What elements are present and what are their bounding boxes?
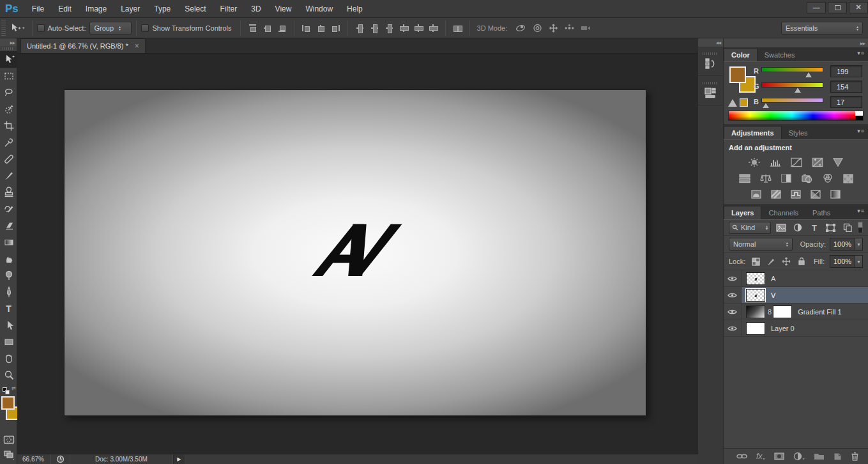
layer-name[interactable]: Gradient Fill 1 (798, 308, 841, 316)
auto-align-layers-icon[interactable] (453, 24, 462, 33)
tools-grip[interactable] (3, 47, 14, 50)
rectangle-tool[interactable] (0, 334, 17, 350)
delete-layer-trash-icon[interactable] (851, 452, 859, 461)
status-flyout-arrow-icon[interactable]: ▶ (173, 454, 185, 464)
blue-slider-thumb[interactable] (763, 103, 769, 108)
visibility-eye-icon[interactable] (724, 320, 742, 336)
layer-name[interactable]: Layer 0 (771, 325, 795, 332)
tab-color[interactable]: Color (724, 48, 758, 61)
move-tool-preset-icon[interactable] (10, 22, 21, 34)
opacity-field[interactable]: 100% ▼ (830, 238, 863, 251)
quick-mask-mode-button[interactable] (0, 432, 17, 447)
filter-kind-dropdown[interactable]: Kind ▴▾ (729, 222, 771, 234)
options-bar-grip[interactable] (1, 20, 6, 36)
menu-window[interactable]: Window (298, 0, 340, 18)
foreground-color-swatch[interactable] (729, 66, 746, 83)
vibrance-icon[interactable] (832, 157, 844, 167)
add-layer-mask-icon[interactable] (774, 452, 784, 460)
exposure-icon[interactable] (811, 157, 824, 167)
layer-mask-thumbnail[interactable] (773, 305, 792, 318)
tab-styles[interactable]: Styles (782, 126, 815, 139)
tab-layers[interactable]: Layers (724, 206, 761, 219)
levels-icon[interactable] (769, 157, 782, 167)
quick-selection-tool[interactable] (0, 101, 17, 118)
black-swatch[interactable] (855, 116, 863, 120)
foreground-color-swatch[interactable] (1, 396, 15, 410)
new-layer-icon[interactable] (834, 452, 842, 461)
red-slider-thumb[interactable] (805, 72, 812, 77)
3d-slide-icon[interactable] (565, 24, 574, 33)
move-tool[interactable] (0, 51, 17, 68)
layers-empty-area[interactable] (724, 337, 868, 448)
color-balance-icon[interactable] (759, 173, 772, 183)
gradient-tool[interactable] (0, 234, 17, 251)
menu-file[interactable]: File (25, 0, 51, 18)
filter-type-layers-icon[interactable]: T (808, 222, 821, 233)
3d-rotate-icon[interactable] (515, 24, 526, 33)
zoom-level-field[interactable]: 66.67% (17, 456, 50, 463)
gradient-map-icon[interactable] (830, 189, 841, 199)
channel-mixer-icon[interactable] (821, 173, 834, 183)
auto-select-target-dropdown[interactable]: Group ▴▾ (89, 22, 132, 35)
brightness-contrast-icon[interactable] (748, 157, 761, 167)
collapse-panels-arrows-icon[interactable]: ▶▶ (724, 38, 868, 47)
panel-menu-icon[interactable]: ▾≡ (857, 128, 865, 134)
menu-filter[interactable]: Filter (213, 0, 245, 18)
blend-mode-dropdown[interactable]: Normal ▴▾ (729, 238, 793, 251)
menu-help[interactable]: Help (340, 0, 370, 18)
layer-name[interactable]: V (771, 291, 775, 299)
tab-channels[interactable]: Channels (761, 206, 805, 219)
black-and-white-icon[interactable] (780, 173, 792, 183)
tab-swatches[interactable]: Swatches (758, 48, 802, 61)
link-layers-icon[interactable] (736, 453, 747, 460)
restore-button[interactable] (828, 2, 847, 13)
document-canvas[interactable]: AV (64, 89, 646, 416)
menu-select[interactable]: Select (178, 0, 213, 18)
minimize-button[interactable]: — (807, 2, 826, 13)
new-group-folder-icon[interactable] (814, 452, 825, 460)
dropdown-arrow-icon[interactable]: ▼ (855, 238, 862, 250)
layer-thumbnail-selected[interactable] (746, 289, 765, 302)
menu-edit[interactable]: Edit (51, 0, 79, 18)
invert-icon[interactable] (750, 189, 762, 199)
brush-tool[interactable] (0, 167, 17, 184)
visibility-eye-icon[interactable] (724, 304, 742, 320)
rectangular-marquee-tool[interactable] (0, 68, 17, 84)
new-adjustment-layer-icon[interactable]: ▾ (793, 452, 805, 461)
closest-web-color-swatch[interactable] (740, 98, 748, 107)
properties-panel-button[interactable] (698, 76, 722, 105)
dropdown-arrow-icon[interactable]: ▼ (855, 256, 862, 267)
layer-filtering-toggle[interactable] (858, 222, 863, 233)
swap-colors-icon[interactable]: ⇄ (11, 385, 16, 391)
tab-adjustments[interactable]: Adjustments (724, 126, 782, 139)
crop-tool[interactable] (0, 118, 17, 134)
mask-link-icon[interactable]: 8 (768, 308, 772, 316)
network-status-icon[interactable] (56, 455, 65, 463)
distribute-vertical-centers-icon[interactable] (370, 24, 379, 33)
white-swatch[interactable] (855, 111, 863, 116)
3d-scale-camera-icon[interactable] (581, 24, 591, 32)
layer-row-gradient-fill[interactable]: 8 Gradient Fill 1 (724, 304, 868, 320)
eyedropper-tool[interactable] (0, 134, 17, 151)
show-transform-controls-checkbox[interactable] (141, 24, 149, 32)
hue-saturation-icon[interactable] (738, 173, 751, 183)
preset-dropdown-arrow[interactable]: ▾ (22, 26, 25, 31)
gamut-warning[interactable] (728, 98, 748, 107)
type-tool[interactable]: T (0, 300, 17, 317)
menu-layer[interactable]: Layer (114, 0, 147, 18)
fill-field[interactable]: 100% ▼ (830, 255, 863, 268)
visibility-eye-icon[interactable] (724, 287, 742, 303)
align-top-edges-icon[interactable] (248, 24, 257, 33)
visibility-eye-icon[interactable] (724, 270, 742, 286)
document-tab[interactable]: Untitled-1 @ 66.7% (V, RGB/8) * × (20, 38, 146, 53)
spot-healing-brush-tool[interactable] (0, 151, 17, 167)
pen-tool[interactable] (0, 284, 17, 300)
lock-position-icon[interactable] (781, 256, 791, 267)
green-slider-track[interactable] (761, 82, 823, 88)
green-slider-thumb[interactable] (795, 88, 801, 93)
align-right-edges-icon[interactable] (331, 24, 340, 33)
default-colors-and-swap[interactable]: ⇄ (0, 383, 17, 395)
layer-styles-fx-icon[interactable]: fx▾ (756, 452, 765, 461)
auto-select-checkbox[interactable] (37, 24, 45, 32)
selective-color-icon[interactable] (810, 189, 821, 199)
